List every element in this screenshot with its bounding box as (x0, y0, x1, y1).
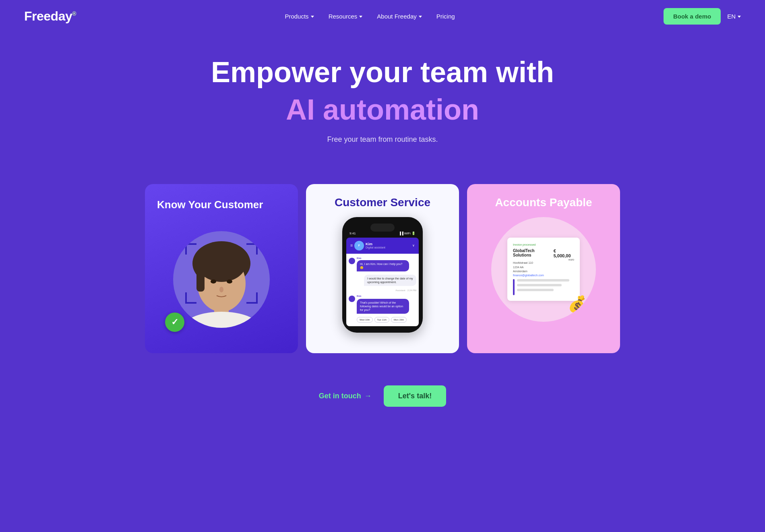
hero-title-line1: Empower your team with (8, 56, 757, 88)
nav-about-link[interactable]: About Freeday (377, 13, 422, 20)
svg-point-6 (211, 279, 216, 284)
phone-mockup: 9:41 ▐▐ WiFi 🔋 ☰ F Kim Digital assistant… (342, 217, 423, 333)
svg-rect-5 (196, 267, 205, 292)
nav-products-link[interactable]: Products (285, 13, 314, 20)
kyc-face-circle (173, 231, 270, 328)
navbar: Freeday® Products Resources About Freeda… (0, 0, 765, 32)
nav-resources-link[interactable]: Resources (329, 13, 363, 20)
chat-agent-role: Digital assistant (366, 246, 410, 249)
bot-avatar-small-2 (349, 296, 355, 302)
card-kyc: Know Your Customer (145, 184, 298, 353)
phone-notch (370, 224, 395, 232)
card-cs-title: Customer Service (335, 196, 430, 209)
chat-message-row-2: I would like to change the date of my up… (349, 275, 416, 286)
svg-point-2 (185, 312, 258, 328)
invoice-bar-indicator (513, 279, 515, 295)
get-in-touch-link[interactable]: Get in touch → (319, 392, 372, 400)
brand-name: Freeday (24, 9, 72, 23)
hero-section: Empower your team with AI automation Fre… (0, 32, 765, 184)
get-in-touch-label: Get in touch (319, 392, 361, 400)
user-msg-text: I would like to change the date of my up… (367, 277, 413, 284)
invoice-line-1 (517, 279, 569, 282)
nav-pricing-link[interactable]: Pricing (436, 13, 455, 20)
cta-section: Get in touch → Let's talk! (0, 377, 765, 415)
card-ap: Accounts Payable Invoice processed Globa… (467, 184, 620, 353)
invoice-line-2 (517, 284, 562, 286)
chat-agent-name: Kim (366, 242, 410, 246)
chat-header-text: Kim Digital assistant (366, 242, 410, 249)
chat-bubble-bot-response: That's possible! Which of the following … (357, 299, 409, 314)
invoice-email: finance@globaltech.com (513, 274, 574, 277)
nav-item-about[interactable]: About Freeday (377, 13, 422, 20)
invoice-company-name: GlobalTech Solutions (513, 248, 554, 257)
invoice-line-3 (517, 289, 554, 291)
book-demo-button[interactable]: Book a demo (664, 8, 721, 25)
menu-icon: ☰ (350, 244, 353, 247)
chat-message-row-1: Kim Hi, I am Kim. How can I help you? 😊 (349, 257, 416, 271)
hero-title: Empower your team with AI automation (8, 56, 757, 127)
chat-avatar: F (354, 241, 364, 250)
resources-chevron-down-icon (359, 16, 362, 18)
date-button-tue[interactable]: Tue 11th (374, 317, 389, 323)
chevron-icon: ∨ (412, 244, 415, 247)
chat-message-row-3: Kim That's possible! Which of the follow… (349, 295, 416, 323)
phone-status-bar: 9:41 ▐▐ WiFi 🔋 (346, 232, 419, 238)
phone-signal-icons: ▐▐ WiFi 🔋 (399, 232, 416, 235)
nav-resources-label: Resources (329, 13, 358, 20)
cards-container: Know Your Customer (0, 184, 765, 353)
date-buttons-row: Wed 10th Tue 11th Mon 15th (357, 317, 409, 323)
chat-body: Kim Hi, I am Kim. How can I help you? 😊 … (346, 254, 419, 326)
hero-subtitle: Free your team from routine tasks. (8, 135, 757, 144)
invoice-card: Invoice processed GlobalTech Solutions €… (507, 238, 580, 301)
bot-avatar-small (349, 258, 355, 264)
date-button-wed[interactable]: Wed 10th (357, 317, 373, 323)
invoice-address: Hoofdstraat 110 1234 AA Amsterdam (513, 261, 574, 274)
card-cs: Customer Service 9:41 ▐▐ WiFi 🔋 ☰ F Kim … (306, 184, 459, 353)
arrow-icon: → (364, 392, 372, 400)
invoice-circle: Invoice processed GlobalTech Solutions €… (491, 217, 596, 322)
card-ap-title: Accounts Payable (495, 196, 592, 209)
nav-right: Book a demo EN (664, 8, 741, 25)
bot-name-label: Kim (357, 257, 409, 259)
lang-label: EN (727, 13, 736, 20)
bot-name-label-2: Kim (357, 295, 409, 297)
checkmark-badge: ✓ (165, 313, 184, 332)
nav-products-label: Products (285, 13, 308, 20)
nav-pricing-label: Pricing (436, 13, 455, 20)
lang-chevron-down-icon (738, 16, 741, 18)
brand-logo[interactable]: Freeday® (24, 9, 76, 24)
about-chevron-down-icon (419, 16, 422, 18)
lets-talk-button[interactable]: Let's talk! (384, 385, 446, 407)
nav-item-products[interactable]: Products (285, 13, 314, 20)
chat-bubble-greeting: Hi, I am Kim. How can I help you? 😊 (357, 260, 409, 271)
invoice-amount: € 5,000,00 (554, 248, 574, 258)
svg-point-7 (227, 279, 232, 284)
person-face-svg (181, 235, 262, 328)
products-chevron-down-icon (311, 16, 314, 18)
chat-header: ☰ F Kim Digital assistant ∨ (346, 238, 419, 254)
phone-time: 9:41 (349, 232, 356, 235)
hero-title-line2: AI automation (8, 92, 757, 127)
nav-links: Products Resources About Freeday Pricing (285, 13, 455, 20)
card-kyc-title: Know Your Customer (157, 199, 286, 211)
invoice-lines (517, 279, 569, 294)
nav-about-label: About Freeday (377, 13, 416, 20)
message-timestamp: Assistant · 2:24 PM (349, 289, 416, 292)
chat-bubble-user-msg: I would like to change the date of my up… (364, 275, 416, 286)
nav-item-resources[interactable]: Resources (329, 13, 363, 20)
language-selector[interactable]: EN (727, 13, 741, 20)
brand-trademark: ® (72, 10, 76, 17)
nav-item-pricing[interactable]: Pricing (436, 13, 455, 20)
invoice-processed-label: Invoice processed (513, 243, 574, 246)
date-button-mon[interactable]: Mon 15th (391, 317, 407, 323)
svg-point-8 (219, 287, 223, 292)
money-bag-icon: 💰 (568, 295, 588, 314)
